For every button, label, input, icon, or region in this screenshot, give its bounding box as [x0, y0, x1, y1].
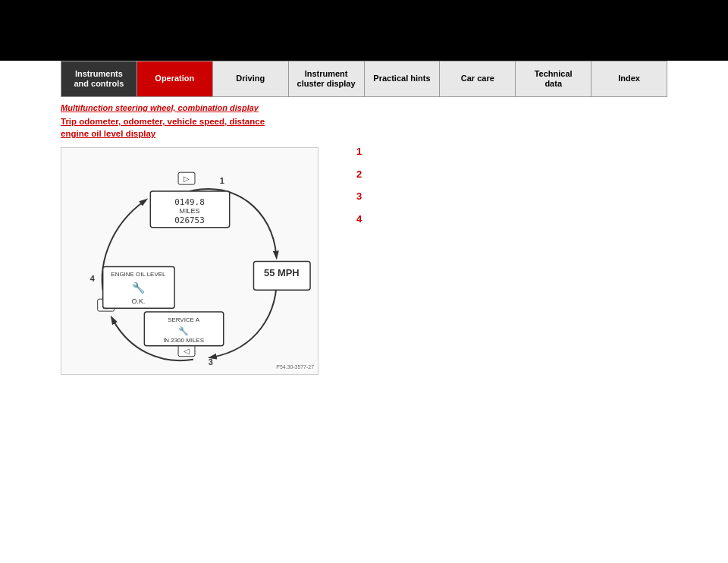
diagram-svg: ▷ ▽ ◁ △ 1 2 3 4 [61, 148, 318, 374]
right-column: 1 2 3 4 [334, 115, 667, 375]
nav-instrument-cluster[interactable]: Instrument cluster display [289, 61, 365, 96]
svg-text:🔧: 🔧 [132, 282, 146, 294]
nav-index[interactable]: Index [592, 61, 667, 96]
numbered-item-1: 1 [356, 146, 667, 158]
svg-text:◁: ◁ [184, 347, 190, 355]
svg-text:1: 1 [220, 176, 224, 185]
numbered-item-3: 3 [356, 190, 667, 203]
left-column: Trip odometer, odometer, vehicle speed, … [61, 115, 334, 375]
nav-instruments[interactable]: Instruments and controls [61, 61, 137, 96]
nav-technical-data[interactable]: Technical data [516, 61, 592, 96]
svg-text:SERVICE A: SERVICE A [168, 316, 199, 323]
content-area: Trip odometer, odometer, vehicle speed, … [61, 115, 667, 375]
svg-text:🔧: 🔧 [178, 326, 189, 336]
svg-text:IN 2300 MILES: IN 2300 MILES [163, 337, 204, 344]
svg-text:ENGINE OIL LEVEL: ENGINE OIL LEVEL [111, 272, 166, 278]
nav-operation[interactable]: Operation [137, 61, 213, 96]
svg-text:026753: 026753 [174, 215, 204, 225]
section-title: Trip odometer, odometer, vehicle speed, … [61, 115, 334, 140]
numbered-item-2: 2 [356, 168, 667, 181]
svg-text:O.K.: O.K. [131, 297, 145, 305]
nav-practical-hints[interactable]: Practical hints [365, 61, 441, 96]
svg-text:55 MPH: 55 MPH [264, 268, 300, 279]
svg-text:P54.30-3577-27: P54.30-3577-27 [276, 364, 314, 370]
breadcrumb: Multifunction steering wheel, combinatio… [61, 103, 667, 112]
diagram-container: ▷ ▽ ◁ △ 1 2 3 4 [61, 147, 318, 375]
svg-text:▷: ▷ [184, 175, 190, 183]
svg-text:0149.8: 0149.8 [174, 197, 204, 207]
svg-text:4: 4 [90, 275, 96, 284]
numbered-item-4: 4 [356, 213, 667, 225]
nav-car-care[interactable]: Car care [440, 61, 516, 96]
svg-text:3: 3 [209, 357, 213, 366]
nav-driving[interactable]: Driving [213, 61, 289, 96]
navigation-bar: Instruments and controls Operation Drivi… [61, 61, 667, 97]
svg-text:MILES: MILES [180, 207, 200, 215]
